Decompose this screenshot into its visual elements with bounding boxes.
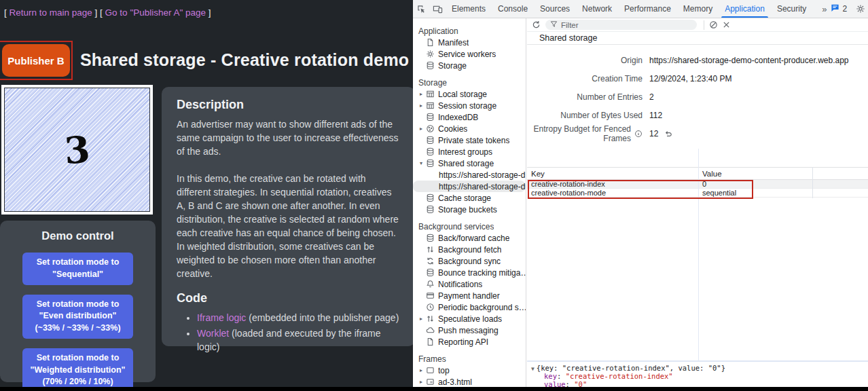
more-tabs-icon[interactable]: » [822,4,827,14]
tree-row[interactable]: ▸ Speculative loads [413,313,526,324]
expand-caret-icon[interactable]: ▼ [531,366,535,372]
tree-row[interactable]: Back/forward cache [413,232,526,244]
devtools-tab[interactable]: Elements [446,0,492,18]
code-link[interactable]: Worklet [197,328,229,339]
tree-row[interactable]: Background sync [413,255,526,267]
tree-row[interactable]: Push messaging [413,324,526,336]
tree-row[interactable]: Reporting API [413,336,526,348]
description-paragraph: In this demo, the creative can be rotate… [177,172,400,280]
tree-row[interactable]: Application [413,25,526,37]
tree-row[interactable]: ▸ Local storage [413,88,526,100]
tree-row[interactable]: Periodic background s… [413,301,526,313]
tree-row[interactable]: Interest groups [413,146,526,157]
disclosure-arrow-icon[interactable]: ▾ [417,160,425,166]
key-column-header[interactable]: Key [527,170,698,178]
table-column-divider[interactable] [698,149,699,360]
devtools-tab[interactable]: Memory [677,0,719,18]
set-rotation-mode-button[interactable]: Set rotation mode to"Weighted distributi… [22,348,133,387]
info-icon[interactable] [634,130,643,138]
tree-item-label: https://shared-storage-d… [439,170,526,180]
description-paragraphs: An advertiser may want to show different… [177,117,400,280]
refresh-icon[interactable] [532,20,541,29]
row-value: sequential [698,189,736,197]
publisher-a-link[interactable]: Go to "Publisher A" page [105,7,206,18]
code-links-list: Iframe logic (embedded into the publishe… [177,311,400,354]
disclosure-arrow-icon[interactable]: ▸ [417,126,425,132]
devtools-tab[interactable]: Application [719,0,771,18]
tree-row[interactable]: Payment handler [413,290,526,301]
disclosure-arrow-icon[interactable]: ▸ [417,367,425,373]
metadata-label: Number of Bytes Used [560,111,643,120]
tree-item-label: top [438,366,450,375]
disclosure-arrow-icon[interactable]: ▸ [417,379,425,385]
tree-row[interactable]: ▾ Shared storage [413,157,526,169]
tree-item-icon [425,90,435,98]
tree-row[interactable]: ▸ ad-3.html [413,376,526,387]
disclosure-arrow-icon[interactable]: ▸ [417,103,425,109]
tree-item-label: Shared storage [438,159,494,168]
tree-item-label: Back/forward cache [438,234,509,243]
tree-row[interactable]: ▸ top [413,365,526,376]
issues-button[interactable]: 2 [827,3,851,14]
code-list-item: Worklet (loaded and executed by the ifra… [197,327,400,354]
tree-row[interactable]: Storage [413,77,526,88]
tree-row[interactable]: IndexedDB [413,111,526,123]
tree-item-label: Storage buckets [438,205,497,215]
creative-digit: 3 [63,127,92,172]
disclosure-arrow-icon[interactable]: ▸ [417,91,425,97]
tree-row[interactable]: https://shared-storage-d… [413,181,526,192]
tree-item-label: Cache storage [438,193,491,203]
tree-row[interactable]: Bounce tracking mitiga… [413,267,526,278]
settings-gear-icon[interactable] [852,4,868,14]
tree-row[interactable]: Manifest [413,37,526,48]
clear-all-icon[interactable] [709,20,718,29]
device-toolbar-icon[interactable] [429,0,446,18]
inspect-element-icon[interactable] [413,0,429,18]
tree-item-icon [425,124,435,133]
set-rotation-mode-button[interactable]: Set rotation mode to"Even distribution"(… [22,295,133,339]
bracket: ] [ [92,7,105,18]
demo-control-buttons: Set rotation mode to"Sequential"Set rota… [0,253,156,387]
filter-input[interactable]: Filter [545,20,697,30]
devtools-window: ElementsConsoleSourcesNetworkPerformance… [413,0,868,387]
tree-row[interactable]: Storage buckets [413,204,526,215]
tree-row[interactable]: Frames [413,353,526,365]
tree-row[interactable]: Storage [413,60,526,71]
panel-title: Shared storage [527,32,868,45]
tree-item-icon [425,159,435,168]
tree-row[interactable]: Background services [413,221,526,232]
table-row[interactable]: creative-rotation-mode sequential [527,189,868,198]
tree-row[interactable]: Notifications [413,278,526,290]
demo-control-panel: Demo control Set rotation mode to"Sequen… [0,221,156,382]
reset-budget-icon[interactable] [664,130,672,138]
metadata-label: Creation Time [592,74,643,83]
return-main-page-link[interactable]: Return to main page [10,7,92,18]
devtools-tab[interactable]: Performance [618,0,677,18]
tree-row[interactable]: Service workers [413,48,526,60]
metadata-label: Entropy Budget for Fenced Frames [527,124,631,143]
column-divider-top[interactable] [812,167,813,198]
devtools-tab[interactable]: Network [576,0,618,18]
tree-row[interactable]: Private state tokens [413,134,526,146]
tree-row[interactable]: ▸ Cookies [413,123,526,134]
devtools-tab[interactable]: Security [771,0,812,18]
tree-item-icon [425,113,435,122]
tree-item-icon [425,205,435,214]
tree-row[interactable]: https://shared-storage-d… [413,169,526,181]
code-link[interactable]: Iframe logic [197,312,246,323]
shared-storage-panel: Filter Shared storage Origin https://sha… [527,18,868,387]
tree-row[interactable]: ▸ Session storage [413,100,526,111]
tree-row[interactable]: Cache storage [413,192,526,204]
application-tree: Application Manifest Service workers Sto… [413,25,526,387]
devtools-tab[interactable]: Sources [534,0,576,18]
tree-item-icon [425,326,435,335]
delete-selected-icon[interactable] [723,21,730,29]
tree-row[interactable]: Background fetch [413,244,526,255]
tree-item-label: Session storage [438,101,496,111]
row-value: 0 [698,180,706,188]
table-row[interactable]: creative-rotation-index 0 [527,180,868,189]
set-rotation-mode-button[interactable]: Set rotation mode to"Sequential" [22,253,133,285]
disclosure-arrow-icon[interactable]: ▸ [417,316,425,322]
value-column-header[interactable]: Value [698,170,722,178]
devtools-tab[interactable]: Console [492,0,534,18]
